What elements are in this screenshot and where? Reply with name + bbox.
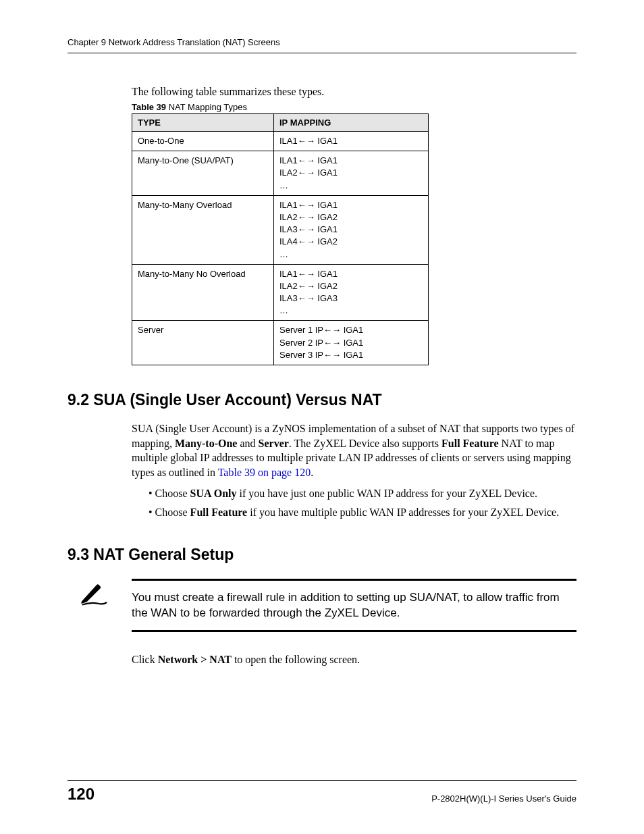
section-9-3-heading: 9.3 NAT General Setup [68,546,576,564]
cell-mapping: ILA1←→ IGA1 ILA2←→ IGA1 … [274,151,429,196]
table-caption-number: Table 39 [132,102,166,112]
cell-mapping: ILA1←→ IGA1 [274,132,429,151]
list-text: Choose [155,506,190,518]
table-header-type: TYPE [132,114,274,132]
table-caption: Table 39 NAT Mapping Types [132,102,576,112]
click-text: to open the following screen. [232,654,360,665]
table-caption-title: NAT Mapping Types [166,102,247,112]
cell-type: Many-to-Many Overload [132,195,274,264]
para-bold: Server [259,438,289,449]
note-block: You must create a firewall rule in addit… [132,579,576,633]
note-text: You must create a firewall rule in addit… [132,590,576,621]
list-bold: Full Feature [190,506,248,518]
list-item: Choose Full Feature if you have multiple… [149,505,576,520]
table-row: One-to-One ILA1←→ IGA1 [132,132,429,151]
cell-mapping: ILA1←→ IGA1 ILA2←→ IGA2 ILA3←→ IGA3 … [274,264,429,321]
list-text: if you have just one public WAN IP addre… [237,488,538,499]
page-number: 120 [68,785,95,804]
section-9-2-heading: 9.2 SUA (Single User Account) Versus NAT [68,391,576,409]
cell-mapping: ILA1←→ IGA1 ILA2←→ IGA2 ILA3←→ IGA1 ILA4… [274,195,429,264]
table-row: Many-to-Many Overload ILA1←→ IGA1 ILA2←→… [132,195,429,264]
bullet-list: Choose SUA Only if you have just one pub… [149,486,576,519]
section-9-2-paragraph: SUA (Single User Account) is a ZyNOS imp… [132,421,576,479]
click-text: Click [132,654,158,665]
click-instruction: Click Network > NAT to open the followin… [132,654,576,666]
cell-mapping: Server 1 IP←→ IGA1 Server 2 IP←→ IGA1 Se… [274,321,429,365]
para-text: and [237,438,258,449]
para-bold: Full Feature [441,438,499,449]
nat-mapping-table: TYPE IP MAPPING One-to-One ILA1←→ IGA1 M… [132,113,429,365]
list-bold: SUA Only [190,488,237,499]
cell-type: Many-to-One (SUA/PAT) [132,151,274,196]
list-item: Choose SUA Only if you have just one pub… [149,486,576,501]
page-footer: 120 P-2802H(W)(L)-I Series User's Guide [68,780,576,804]
note-pen-icon [79,581,109,608]
para-bold: Many-to-One [175,438,237,449]
table-header-mapping: IP MAPPING [274,114,429,132]
para-text: . The ZyXEL Device also supports [289,438,441,449]
list-text: Choose [155,488,190,499]
list-text: if you have multiple public WAN IP addre… [247,506,559,518]
click-bold: Network > NAT [158,654,232,665]
cell-type: One-to-One [132,132,274,151]
table-row: Many-to-Many No Overload ILA1←→ IGA1 ILA… [132,264,429,321]
table-cross-reference-link[interactable]: Table 39 on page 120 [218,467,311,478]
cell-type: Many-to-Many No Overload [132,264,274,321]
table-row: Server Server 1 IP←→ IGA1 Server 2 IP←→ … [132,321,429,365]
chapter-header: Chapter 9 Network Address Translation (N… [68,37,576,53]
table-row: Many-to-One (SUA/PAT) ILA1←→ IGA1 ILA2←→… [132,151,429,196]
para-text: . [311,467,313,478]
intro-text: The following table summarizes these typ… [132,86,576,98]
guide-name: P-2802H(W)(L)-I Series User's Guide [431,793,576,804]
cell-type: Server [132,321,274,365]
